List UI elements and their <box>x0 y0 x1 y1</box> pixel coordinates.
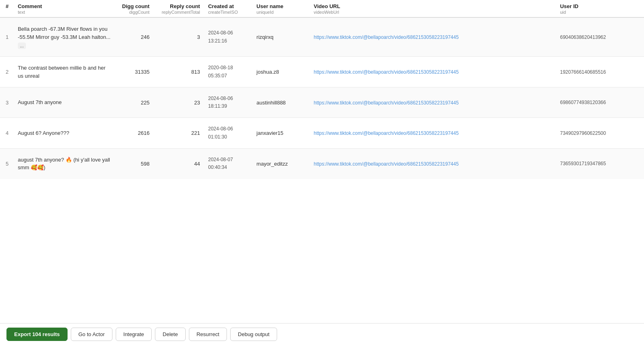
video-url-link[interactable]: https://www.tiktok.com/@bellapoarch/vide… <box>314 130 458 136</box>
comment-text: august 7th anyone? 🔥 (hi y'all love yall… <box>18 157 110 171</box>
table-row: 3August 7th anyone225232024-08-06 18:11:… <box>0 87 644 118</box>
cell-user: joshua.z8 <box>252 57 309 87</box>
cell-video: https://www.tiktok.com/@bellapoarch/vide… <box>309 57 556 87</box>
table-header-row: # Comment text Digg count diggCount Repl… <box>0 0 644 17</box>
cell-digg: 225 <box>115 87 154 118</box>
cell-video: https://www.tiktok.com/@bellapoarch/vide… <box>309 87 556 118</box>
table-row: 5august 7th anyone? 🔥 (hi y'all love yal… <box>0 148 644 179</box>
col-header-comment: Comment text <box>14 0 115 17</box>
cell-comment: The contrast between millie b and her us… <box>14 57 115 87</box>
cell-user: rizqirxq <box>252 17 309 57</box>
cell-video: https://www.tiktok.com/@bellapoarch/vide… <box>309 17 556 57</box>
table-row: 4August 6? Anyone???26162212024-08-06 01… <box>0 118 644 148</box>
cell-num: 4 <box>0 118 14 148</box>
col-header-user: User name uniqueId <box>252 0 309 17</box>
cell-reply: 44 <box>154 148 204 179</box>
col-header-video: Video URL videoWebUrl <box>309 0 556 17</box>
cell-reply: 3 <box>154 17 204 57</box>
cell-created: 2024-08-07 00:40:34 <box>204 148 252 179</box>
cell-user: mayor_editzz <box>252 148 309 179</box>
table-container: # Comment text Digg count diggCount Repl… <box>0 0 644 179</box>
cell-uid: 19207666140685516 <box>556 57 644 87</box>
cell-video: https://www.tiktok.com/@bellapoarch/vide… <box>309 148 556 179</box>
cell-num: 1 <box>0 17 14 57</box>
comment-more-button[interactable]: ... <box>18 43 26 49</box>
col-header-created: Created at createTimeISO <box>204 0 252 17</box>
comment-text: The contrast between millie b and her us… <box>18 65 106 79</box>
cell-uid: 69860774938120366 <box>556 87 644 118</box>
cell-reply: 813 <box>154 57 204 87</box>
cell-num: 5 <box>0 148 14 179</box>
comment-text: August 7th anyone <box>18 99 61 105</box>
col-header-reply: Reply count replyCommentTotal <box>154 0 204 17</box>
cell-comment: august 7th anyone? 🔥 (hi y'all love yall… <box>14 148 115 179</box>
cell-reply: 23 <box>154 87 204 118</box>
cell-comment: August 6? Anyone??? <box>14 118 115 148</box>
cell-digg: 31335 <box>115 57 154 87</box>
cell-video: https://www.tiktok.com/@bellapoarch/vide… <box>309 118 556 148</box>
cell-created: 2024-08-06 01:01:30 <box>204 118 252 148</box>
comment-text: Bella poarch -67.3M River flows in you -… <box>18 26 110 40</box>
video-url-link[interactable]: https://www.tiktok.com/@bellapoarch/vide… <box>314 161 458 167</box>
cell-digg: 2616 <box>115 118 154 148</box>
data-table: # Comment text Digg count diggCount Repl… <box>0 0 644 179</box>
col-header-digg: Digg count diggCount <box>115 0 154 17</box>
cell-comment: Bella poarch -67.3M River flows in you -… <box>14 17 115 57</box>
cell-digg: 246 <box>115 17 154 57</box>
cell-num: 3 <box>0 87 14 118</box>
cell-created: 2024-08-06 13:21:16 <box>204 17 252 57</box>
cell-uid: 73659301719347865 <box>556 148 644 179</box>
cell-digg: 598 <box>115 148 154 179</box>
cell-reply: 221 <box>154 118 204 148</box>
col-header-uid: User ID uid <box>556 0 644 17</box>
video-url-link[interactable]: https://www.tiktok.com/@bellapoarch/vide… <box>314 69 458 75</box>
video-url-link[interactable]: https://www.tiktok.com/@bellapoarch/vide… <box>314 100 458 106</box>
cell-uid: 69040638620413962 <box>556 17 644 57</box>
cell-uid: 73490297960622500 <box>556 118 644 148</box>
video-url-link[interactable]: https://www.tiktok.com/@bellapoarch/vide… <box>314 34 458 40</box>
col-header-num: # <box>0 0 14 17</box>
table-row: 1Bella poarch -67.3M River flows in you … <box>0 17 644 57</box>
cell-user: austinhill888 <box>252 87 309 118</box>
comment-text: August 6? Anyone??? <box>18 130 69 136</box>
table-row: 2The contrast between millie b and her u… <box>0 57 644 87</box>
cell-created: 2020-08-18 05:35:07 <box>204 57 252 87</box>
cell-comment: August 7th anyone <box>14 87 115 118</box>
cell-user: janxavier15 <box>252 118 309 148</box>
cell-created: 2024-08-06 18:11:39 <box>204 87 252 118</box>
cell-num: 2 <box>0 57 14 87</box>
